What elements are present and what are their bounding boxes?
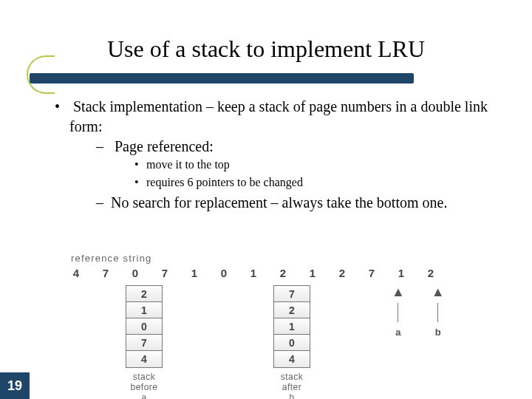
arrow-stem xyxy=(398,303,398,322)
bullet-lvl1: Stack implementation – keep a stack of p… xyxy=(52,97,502,213)
stack-after: 7 2 1 0 4 stack after b xyxy=(273,285,310,399)
bullet-text: requires 6 pointers to be changed xyxy=(146,176,303,188)
arrow-up-icon: ▲ xyxy=(432,285,445,299)
stack-cell: 2 xyxy=(126,286,162,302)
ref-digit: 2 xyxy=(426,267,436,279)
ref-digit: 1 xyxy=(248,267,259,279)
label-line: a xyxy=(130,393,157,399)
title-underline-bar xyxy=(30,73,414,83)
ref-digit: 0 xyxy=(130,267,140,279)
arrow-up-icon: ▲ xyxy=(392,285,405,299)
ref-digit: 1 xyxy=(307,267,318,279)
stack-after-label: stack after b xyxy=(281,372,304,399)
stack-cell: 4 xyxy=(126,351,162,367)
bullet-lvl2: No search for replacement – always take … xyxy=(93,193,502,213)
ref-digit: 7 xyxy=(366,267,377,279)
bullet-text: Stack implementation – keep a stack of p… xyxy=(69,98,488,134)
arrow-stem xyxy=(437,303,438,322)
ref-digit: 7 xyxy=(100,267,111,279)
ref-digit: 4 xyxy=(71,267,81,279)
bullet-text: Page referenced: xyxy=(115,138,214,154)
label-line: stack xyxy=(130,372,157,383)
label-line: b xyxy=(281,393,304,399)
ref-digit: 2 xyxy=(337,267,347,279)
slide-title: Use of a stack to implement LRU xyxy=(0,35,532,63)
bullet-lvl3: requires 6 pointers to be changed xyxy=(132,174,502,191)
ref-digit: 7 xyxy=(160,267,170,279)
stack-cells: 7 2 1 0 4 xyxy=(273,285,310,368)
label-line: after xyxy=(281,383,304,393)
stack-cell: 0 xyxy=(126,318,162,335)
slide-body: Stack implementation – keep a stack of p… xyxy=(0,83,532,213)
ref-digit: 2 xyxy=(278,267,288,279)
stack-cell: 7 xyxy=(274,286,310,302)
stack-cell: 4 xyxy=(274,351,310,367)
bullet-sublist: Page referenced: move it to the top requ… xyxy=(69,137,502,213)
stack-cells: 2 1 0 7 4 xyxy=(126,285,163,368)
bullet-text: No search for replacement – always take … xyxy=(111,194,447,211)
stack-cell: 7 xyxy=(126,335,162,351)
stack-cell: 2 xyxy=(274,302,310,318)
bullet-lvl3: move it to the top xyxy=(132,157,502,173)
ref-digit: 1 xyxy=(189,267,200,279)
stack-cell: 1 xyxy=(274,318,310,335)
slide: Use of a stack to implement LRU Stack im… xyxy=(0,0,532,399)
arrow-b: ▲ b xyxy=(432,285,445,338)
label-line: before xyxy=(130,383,157,393)
page-number: 19 xyxy=(0,372,30,399)
arrow-label: a xyxy=(395,327,400,338)
stack-cell: 0 xyxy=(274,335,310,351)
arrow-label: b xyxy=(435,327,441,338)
lru-figure: reference string 4 7 0 7 1 0 1 2 1 2 7 1… xyxy=(71,253,485,279)
stack-before-label: stack before a xyxy=(130,372,157,399)
bullet-text: move it to the top xyxy=(146,158,230,171)
stack-cell: 1 xyxy=(126,302,162,318)
ref-digit: 0 xyxy=(219,267,229,279)
bullet-subsublist: move it to the top requires 6 pointers t… xyxy=(111,157,502,190)
arrows-container: ▲ a ▲ b xyxy=(392,285,445,338)
ref-digit: 1 xyxy=(396,267,406,279)
stack-before: 2 1 0 7 4 stack before a xyxy=(126,285,163,399)
bullet-list: Stack implementation – keep a stack of p… xyxy=(52,97,502,213)
reference-string-label: reference string xyxy=(71,253,485,264)
arrow-a: ▲ a xyxy=(392,285,405,338)
label-line: stack xyxy=(281,372,304,383)
title-area: Use of a stack to implement LRU xyxy=(0,0,532,83)
stacks-container: 2 1 0 7 4 stack before a 7 2 1 0 xyxy=(126,285,310,399)
bullet-lvl2: Page referenced: move it to the top requ… xyxy=(93,137,502,190)
reference-string-row: 4 7 0 7 1 0 1 2 1 2 7 1 2 xyxy=(71,267,485,279)
